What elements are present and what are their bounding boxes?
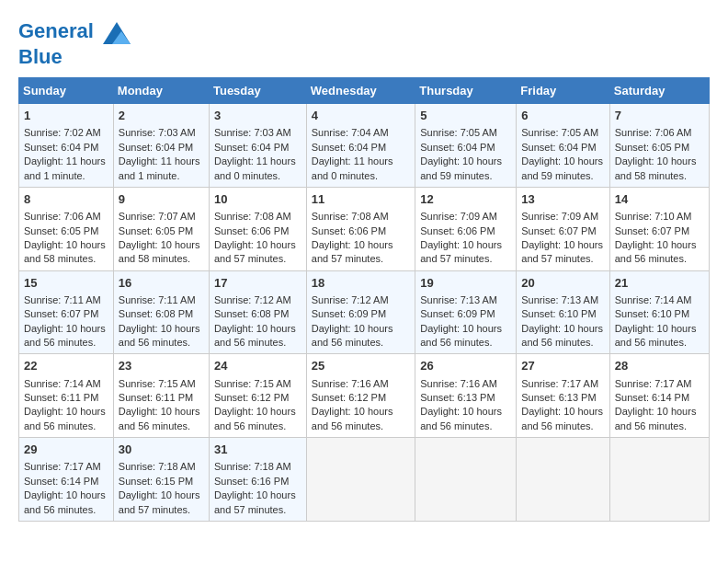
calendar-cell: 4Sunrise: 7:04 AMSunset: 6:04 PMDaylight… bbox=[306, 104, 415, 188]
sunrise-text: Sunrise: 7:08 AM bbox=[312, 210, 410, 224]
day-number: 10 bbox=[214, 191, 301, 208]
sunrise-text: Sunrise: 7:12 AM bbox=[312, 293, 410, 307]
sunrise-text: Sunrise: 7:06 AM bbox=[615, 126, 704, 140]
day-number: 22 bbox=[24, 358, 108, 374]
daylight-text: Daylight: 10 hours and 57 minutes. bbox=[214, 238, 301, 267]
calendar-cell: 1Sunrise: 7:02 AMSunset: 6:04 PMDaylight… bbox=[19, 104, 114, 188]
sunrise-text: Sunrise: 7:13 AM bbox=[521, 293, 604, 307]
header-saturday: Saturday bbox=[609, 78, 709, 104]
day-number: 18 bbox=[312, 275, 410, 292]
sunset-text: Sunset: 6:04 PM bbox=[521, 141, 604, 155]
daylight-text: Daylight: 10 hours and 56 minutes. bbox=[24, 405, 108, 433]
sunset-text: Sunset: 6:05 PM bbox=[119, 224, 204, 238]
week-row-4: 22Sunrise: 7:14 AMSunset: 6:11 PMDayligh… bbox=[19, 354, 710, 438]
day-number: 30 bbox=[119, 442, 204, 458]
calendar-cell: 25Sunrise: 7:16 AMSunset: 6:12 PMDayligh… bbox=[306, 354, 415, 438]
day-number: 1 bbox=[24, 108, 108, 124]
day-number: 14 bbox=[615, 191, 704, 208]
header-wednesday: Wednesday bbox=[306, 78, 415, 104]
sunrise-text: Sunrise: 7:14 AM bbox=[24, 377, 108, 391]
sunset-text: Sunset: 6:08 PM bbox=[214, 307, 301, 321]
sunset-text: Sunset: 6:07 PM bbox=[24, 307, 108, 321]
day-number: 5 bbox=[420, 108, 511, 124]
daylight-text: Daylight: 11 hours and 1 minute. bbox=[24, 155, 108, 183]
daylight-text: Daylight: 10 hours and 56 minutes. bbox=[615, 238, 704, 267]
calendar-cell: 22Sunrise: 7:14 AMSunset: 6:11 PMDayligh… bbox=[19, 354, 114, 438]
calendar-cell: 23Sunrise: 7:15 AMSunset: 6:11 PMDayligh… bbox=[113, 354, 209, 438]
logo: General Blue bbox=[18, 18, 131, 68]
day-number: 9 bbox=[119, 191, 204, 208]
day-number: 2 bbox=[119, 108, 204, 124]
day-number: 29 bbox=[24, 442, 108, 458]
sunrise-text: Sunrise: 7:18 AM bbox=[119, 460, 204, 474]
day-number: 11 bbox=[312, 191, 410, 208]
header-tuesday: Tuesday bbox=[209, 78, 306, 104]
sunrise-text: Sunrise: 7:02 AM bbox=[24, 126, 108, 140]
daylight-text: Daylight: 10 hours and 58 minutes. bbox=[24, 238, 108, 267]
daylight-text: Daylight: 11 hours and 1 minute. bbox=[119, 155, 204, 183]
sunset-text: Sunset: 6:16 PM bbox=[214, 475, 301, 488]
daylight-text: Daylight: 10 hours and 57 minutes. bbox=[420, 238, 511, 267]
calendar-cell: 13Sunrise: 7:09 AMSunset: 6:07 PMDayligh… bbox=[517, 187, 609, 270]
sunset-text: Sunset: 6:09 PM bbox=[420, 307, 511, 321]
week-row-1: 1Sunrise: 7:02 AMSunset: 6:04 PMDaylight… bbox=[19, 104, 710, 188]
calendar-cell bbox=[609, 438, 709, 522]
sunset-text: Sunset: 6:09 PM bbox=[312, 307, 410, 321]
day-number: 16 bbox=[119, 275, 204, 292]
sunrise-text: Sunrise: 7:13 AM bbox=[420, 293, 511, 307]
calendar-cell bbox=[415, 438, 517, 522]
header-sunday: Sunday bbox=[19, 78, 114, 104]
calendar-cell: 27Sunrise: 7:17 AMSunset: 6:13 PMDayligh… bbox=[517, 354, 609, 438]
daylight-text: Daylight: 10 hours and 56 minutes. bbox=[24, 322, 108, 350]
calendar-cell: 26Sunrise: 7:16 AMSunset: 6:13 PMDayligh… bbox=[415, 354, 517, 438]
calendar-cell: 29Sunrise: 7:17 AMSunset: 6:14 PMDayligh… bbox=[19, 438, 114, 522]
day-number: 26 bbox=[420, 358, 511, 374]
daylight-text: Daylight: 10 hours and 56 minutes. bbox=[521, 405, 604, 433]
calendar-cell: 3Sunrise: 7:03 AMSunset: 6:04 PMDaylight… bbox=[209, 104, 306, 188]
day-number: 15 bbox=[24, 275, 108, 292]
sunset-text: Sunset: 6:06 PM bbox=[312, 224, 410, 238]
calendar-cell: 11Sunrise: 7:08 AMSunset: 6:06 PMDayligh… bbox=[306, 187, 415, 270]
sunset-text: Sunset: 6:15 PM bbox=[119, 475, 204, 488]
calendar-cell: 16Sunrise: 7:11 AMSunset: 6:08 PMDayligh… bbox=[113, 270, 209, 354]
daylight-text: Daylight: 10 hours and 57 minutes. bbox=[119, 488, 204, 517]
calendar-cell: 15Sunrise: 7:11 AMSunset: 6:07 PMDayligh… bbox=[19, 270, 114, 354]
day-number: 19 bbox=[420, 275, 511, 292]
sunrise-text: Sunrise: 7:16 AM bbox=[420, 377, 511, 391]
daylight-text: Daylight: 10 hours and 56 minutes. bbox=[312, 322, 410, 350]
day-number: 21 bbox=[615, 275, 704, 292]
daylight-text: Daylight: 10 hours and 56 minutes. bbox=[24, 488, 108, 517]
sunrise-text: Sunrise: 7:04 AM bbox=[312, 126, 410, 140]
daylight-text: Daylight: 10 hours and 57 minutes. bbox=[521, 238, 604, 267]
sunrise-text: Sunrise: 7:18 AM bbox=[214, 460, 301, 474]
sunrise-text: Sunrise: 7:03 AM bbox=[119, 126, 204, 140]
logo-icon bbox=[103, 18, 131, 46]
calendar-header: SundayMondayTuesdayWednesdayThursdayFrid… bbox=[19, 78, 710, 104]
day-number: 28 bbox=[615, 358, 704, 374]
daylight-text: Daylight: 11 hours and 0 minutes. bbox=[312, 155, 410, 183]
sunrise-text: Sunrise: 7:05 AM bbox=[420, 126, 511, 140]
week-row-5: 29Sunrise: 7:17 AMSunset: 6:14 PMDayligh… bbox=[19, 438, 710, 522]
daylight-text: Daylight: 10 hours and 56 minutes. bbox=[119, 322, 204, 350]
sunrise-text: Sunrise: 7:12 AM bbox=[214, 293, 301, 307]
calendar-cell: 30Sunrise: 7:18 AMSunset: 6:15 PMDayligh… bbox=[113, 438, 209, 522]
sunrise-text: Sunrise: 7:17 AM bbox=[521, 377, 604, 391]
day-number: 31 bbox=[214, 442, 301, 458]
calendar-cell: 2Sunrise: 7:03 AMSunset: 6:04 PMDaylight… bbox=[113, 104, 209, 188]
calendar-cell: 5Sunrise: 7:05 AMSunset: 6:04 PMDaylight… bbox=[415, 104, 517, 188]
day-number: 25 bbox=[312, 358, 410, 374]
day-number: 3 bbox=[214, 108, 301, 124]
sunrise-text: Sunrise: 7:07 AM bbox=[119, 210, 204, 224]
sunset-text: Sunset: 6:07 PM bbox=[615, 224, 704, 238]
daylight-text: Daylight: 10 hours and 56 minutes. bbox=[119, 405, 204, 433]
sunrise-text: Sunrise: 7:11 AM bbox=[24, 293, 108, 307]
calendar-cell: 12Sunrise: 7:09 AMSunset: 6:06 PMDayligh… bbox=[415, 187, 517, 270]
logo-general: General bbox=[18, 19, 94, 42]
sunset-text: Sunset: 6:11 PM bbox=[119, 391, 204, 405]
calendar-cell: 24Sunrise: 7:15 AMSunset: 6:12 PMDayligh… bbox=[209, 354, 306, 438]
sunset-text: Sunset: 6:04 PM bbox=[24, 141, 108, 155]
day-number: 24 bbox=[214, 358, 301, 374]
day-number: 27 bbox=[521, 358, 604, 374]
sunset-text: Sunset: 6:14 PM bbox=[24, 475, 108, 488]
sunset-text: Sunset: 6:13 PM bbox=[521, 391, 604, 405]
